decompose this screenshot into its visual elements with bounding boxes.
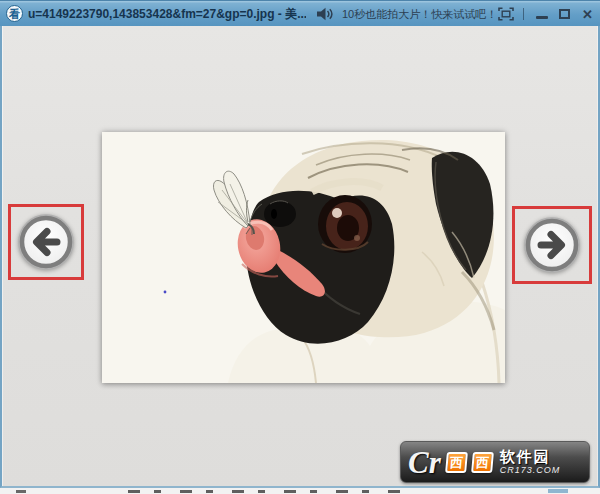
pug-photo-illustration bbox=[102, 132, 505, 383]
arrow-right-icon bbox=[524, 217, 580, 273]
app-icon[interactable]: 看 bbox=[6, 5, 23, 22]
watermark-name: 软件园 bbox=[500, 449, 561, 464]
close-button[interactable]: ✕ bbox=[579, 5, 596, 23]
cutoff-strip bbox=[0, 488, 600, 494]
fullscreen-icon bbox=[498, 7, 514, 21]
next-button[interactable] bbox=[524, 217, 580, 273]
next-button-highlight bbox=[512, 206, 592, 284]
prev-button[interactable] bbox=[18, 214, 74, 270]
viewer-content: Cr 西 西 软件园 CR173.COM bbox=[2, 26, 598, 486]
maximize-button[interactable] bbox=[556, 5, 573, 23]
maximize-icon bbox=[559, 9, 570, 19]
minimize-button[interactable] bbox=[533, 5, 550, 23]
cutoff-artifact bbox=[16, 490, 26, 493]
watermark-tile-2: 西 bbox=[471, 452, 494, 473]
promo-text[interactable]: 10秒也能拍大片！快来试试吧！ bbox=[342, 7, 497, 22]
window-title: u=4149223790,143853428&fm=27&gp=0.jpg - … bbox=[28, 1, 306, 27]
prev-button-highlight bbox=[8, 204, 84, 280]
watermark-site: CR173.COM bbox=[500, 466, 561, 475]
speaker-icon[interactable] bbox=[316, 7, 334, 21]
app-window: 看 u=4149223790,143853428&fm=27&gp=0.jpg … bbox=[0, 0, 600, 488]
site-watermark: Cr 西 西 软件园 CR173.COM bbox=[400, 441, 590, 483]
fullscreen-button[interactable] bbox=[497, 5, 514, 23]
minimize-icon bbox=[536, 16, 548, 19]
cutoff-artifacts bbox=[128, 490, 400, 493]
cutoff-artifact-blue bbox=[548, 489, 568, 493]
screenshot-root: 看 u=4149223790,143853428&fm=27&gp=0.jpg … bbox=[0, 0, 600, 494]
photo-pug bbox=[102, 132, 505, 383]
watermark-tile-1: 西 bbox=[445, 452, 468, 473]
titlebar-promo[interactable]: 10秒也能拍大片！快来试试吧！ bbox=[316, 1, 497, 27]
arrow-left-icon bbox=[18, 214, 74, 270]
title-bar: 看 u=4149223790,143853428&fm=27&gp=0.jpg … bbox=[0, 0, 600, 26]
controls-separator bbox=[523, 8, 524, 20]
window-controls: ✕ bbox=[497, 1, 596, 27]
close-icon: ✕ bbox=[582, 8, 593, 21]
watermark-cr-logo: Cr bbox=[408, 447, 441, 478]
